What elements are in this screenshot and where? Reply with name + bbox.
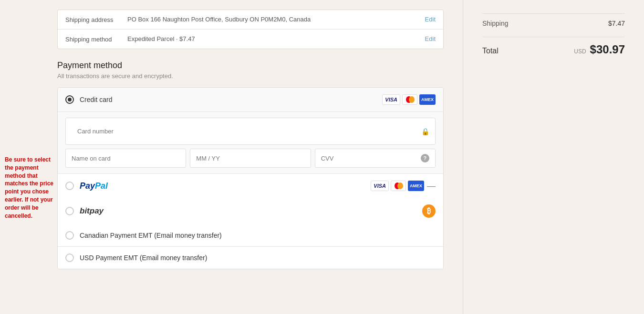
card-number-input[interactable]	[72, 123, 421, 140]
mastercard-icon	[402, 94, 417, 105]
paypal-radio[interactable]	[65, 182, 74, 190]
paypal-mc-icon	[391, 181, 406, 191]
bitpay-label: bitpay	[80, 206, 422, 216]
shipping-method-row: Shipping method Expedited Parcel · $7.47…	[58, 30, 443, 49]
shipping-summary-row: Shipping $7.47	[482, 18, 625, 29]
shipping-address-row: Shipping address PO Box 166 Naughton Pos…	[58, 10, 443, 30]
credit-card-wrapper: Credit card VISA AMEX 🔒	[58, 88, 443, 174]
bitpay-icons: ₿	[422, 204, 436, 218]
shipping-method-edit[interactable]: Edit	[425, 35, 436, 42]
paypal-label: PayPal	[80, 181, 371, 191]
bitpay-radio[interactable]	[65, 207, 74, 215]
total-row: Total USD $30.97	[482, 43, 625, 56]
card-number-field-wrapper: 🔒	[65, 118, 436, 145]
shipping-summary-label: Shipping	[482, 18, 569, 29]
cvv-input[interactable]	[321, 155, 386, 162]
summary-divider-top	[482, 13, 625, 14]
paypal-icons: VISA AMEX —	[371, 181, 436, 191]
shipping-address-value: PO Box 166 Naughton Post Office, Sudbury…	[127, 16, 421, 23]
shipping-address-label: Shipping address	[65, 16, 127, 23]
summary-table: Shipping $7.47	[482, 18, 625, 29]
amex-icon: AMEX	[419, 94, 436, 105]
payment-section: Be sure to select the payment method tha…	[57, 61, 444, 269]
expiry-input[interactable]	[190, 149, 311, 168]
bitpay-option[interactable]: bitpay ₿	[58, 198, 443, 224]
total-amount-wrapper: USD $30.97	[574, 43, 625, 56]
bitcoin-icon: ₿	[422, 204, 436, 218]
shipping-address-edit[interactable]: Edit	[425, 16, 436, 23]
warning-annotation: Be sure to select the payment method tha…	[5, 156, 55, 220]
credit-card-option[interactable]: Credit card VISA AMEX	[58, 88, 443, 112]
usd-emt-radio[interactable]	[65, 253, 74, 262]
payment-title: Payment method	[57, 61, 444, 71]
shipping-summary-value: $7.47	[569, 18, 625, 29]
canadian-emt-option[interactable]: Canadian Payment EMT (Email money transf…	[58, 224, 443, 247]
usd-emt-label: USD Payment EMT (Email money transfer)	[80, 254, 436, 262]
bitpay-wrapper: bitpay ₿	[58, 198, 443, 224]
paypal-visa-icon: VISA	[371, 181, 389, 191]
shipping-info-box: Shipping address PO Box 166 Naughton Pos…	[57, 10, 444, 49]
credit-card-radio[interactable]	[65, 95, 74, 104]
credit-card-label: Credit card	[80, 96, 382, 103]
usd-emt-option[interactable]: USD Payment EMT (Email money transfer)	[58, 247, 443, 269]
payment-options-list: Credit card VISA AMEX 🔒	[57, 87, 444, 269]
canadian-emt-label: Canadian Payment EMT (Email money transf…	[80, 232, 436, 239]
name-on-card-input[interactable]	[65, 149, 186, 168]
total-currency: USD	[574, 48, 586, 55]
payment-subtitle: All transactions are secure and encrypte…	[57, 72, 444, 80]
order-summary-panel: Shipping $7.47 Total USD $30.97	[463, 0, 644, 314]
total-label: Total	[482, 47, 499, 55]
total-amount: $30.97	[590, 43, 625, 56]
cvv-help-icon[interactable]: ?	[421, 154, 429, 162]
usd-emt-wrapper: USD Payment EMT (Email money transfer)	[58, 247, 443, 269]
paypal-wrapper: PayPal VISA AMEX —	[58, 174, 443, 198]
canadian-emt-radio[interactable]	[65, 231, 74, 240]
card-details-row: ?	[65, 149, 436, 168]
shipping-method-value: Expedited Parcel · $7.47	[127, 35, 421, 42]
shipping-method-label: Shipping method	[65, 35, 127, 43]
paypal-stripe-icon: —	[427, 181, 436, 191]
paypal-amex-icon: AMEX	[408, 181, 424, 191]
paypal-option[interactable]: PayPal VISA AMEX —	[58, 174, 443, 198]
credit-card-icons: VISA AMEX	[382, 94, 436, 105]
cvv-wrapper: ?	[315, 149, 436, 168]
summary-divider-bottom	[482, 37, 625, 37]
card-form: 🔒 ?	[58, 112, 443, 174]
visa-icon: VISA	[382, 94, 400, 105]
lock-icon: 🔒	[421, 128, 429, 135]
